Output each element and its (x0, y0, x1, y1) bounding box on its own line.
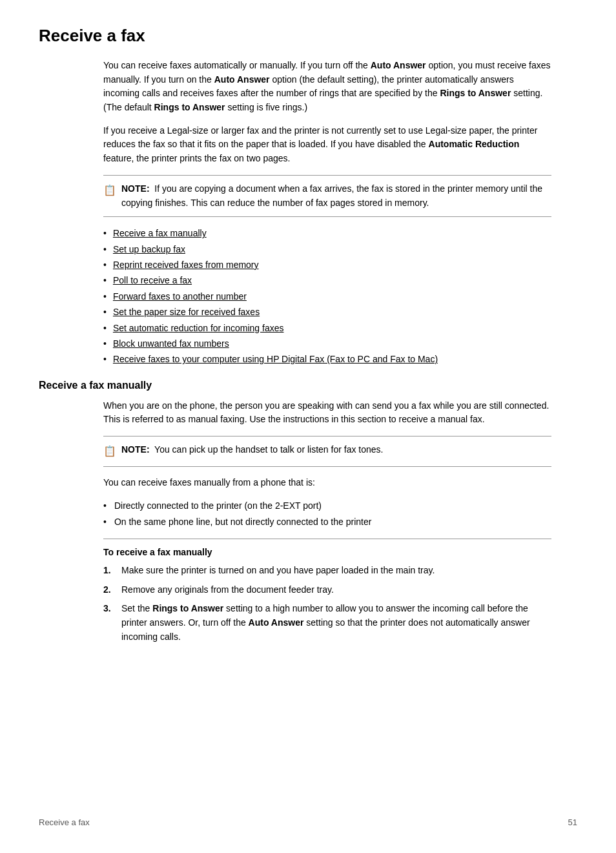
page-footer: Receive a fax 51 (39, 817, 577, 827)
link-reprint-faxes[interactable]: Reprint received faxes from memory (113, 258, 259, 272)
manually-para1: When you are on the phone, the person yo… (103, 399, 551, 427)
link-hp-digital-fax[interactable]: Receive faxes to your computer using HP … (113, 352, 438, 366)
manually-para2: You can receive faxes manually from a ph… (103, 476, 551, 490)
note-box-2: 📋 NOTE: You can pick up the handset to t… (103, 436, 551, 467)
manually-bullets: Directly connected to the printer (on th… (103, 499, 551, 529)
list-item: Receive a fax manually (103, 226, 551, 240)
footer-label: Receive a fax (39, 817, 568, 827)
step-2: 2. Remove any originals from the documen… (103, 583, 551, 597)
note-text-1: NOTE: If you are copying a document when… (121, 182, 551, 210)
list-item: Block unwanted fax numbers (103, 336, 551, 351)
list-item: Set up backup fax (103, 242, 551, 256)
intro-para1: You can receive faxes automatically or m… (103, 59, 551, 115)
link-block-numbers[interactable]: Block unwanted fax numbers (113, 336, 229, 351)
link-paper-size[interactable]: Set the paper size for received faxes (113, 305, 260, 319)
note-icon-2: 📋 (103, 444, 116, 460)
section-receive-manually: Receive a fax manually When you are on t… (39, 380, 577, 644)
list-item: Reprint received faxes from memory (103, 258, 551, 272)
list-item: Receive faxes to your computer using HP … (103, 352, 551, 366)
step-3: 3. Set the Rings to Answer setting to a … (103, 602, 551, 644)
link-forward-faxes[interactable]: Forward faxes to another number (113, 289, 247, 303)
note-text-2: NOTE: You can pick up the handset to tal… (121, 443, 383, 457)
section-heading-manually: Receive a fax manually (39, 380, 577, 391)
list-item: Set automatic reduction for incoming fax… (103, 321, 551, 335)
link-poll-receive[interactable]: Poll to receive a fax (113, 273, 192, 287)
links-list: Receive a fax manually Set up backup fax… (103, 226, 551, 367)
steps-list: 1. Make sure the printer is turned on an… (103, 564, 551, 644)
list-item: Forward faxes to another number (103, 289, 551, 303)
link-auto-reduction[interactable]: Set automatic reduction for incoming fax… (113, 321, 284, 335)
link-backup-fax[interactable]: Set up backup fax (113, 242, 185, 256)
step-1: 1. Make sure the printer is turned on an… (103, 564, 551, 578)
list-item: Poll to receive a fax (103, 273, 551, 287)
note-icon-1: 📋 (103, 183, 116, 199)
list-item: On the same phone line, but not directly… (103, 515, 551, 529)
link-receive-manually[interactable]: Receive a fax manually (113, 226, 207, 240)
footer-page-number: 51 (568, 817, 577, 827)
page-title: Receive a fax (39, 26, 577, 46)
sub-heading-manually: To receive a fax manually (103, 547, 551, 557)
list-item: Directly connected to the printer (on th… (103, 499, 551, 513)
intro-para2: If you receive a Legal-size or larger fa… (103, 124, 551, 166)
divider (103, 539, 551, 539)
list-item: Set the paper size for received faxes (103, 305, 551, 319)
note-box-1: 📋 NOTE: If you are copying a document wh… (103, 175, 551, 217)
